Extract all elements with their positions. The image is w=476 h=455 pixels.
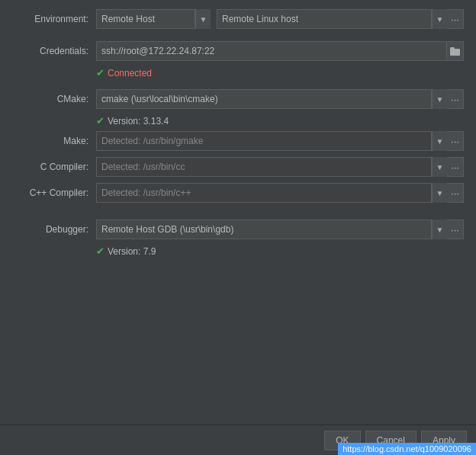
main-container: Environment: Remote Host ▼ Remote Linux … [0, 0, 476, 455]
debugger-field-group: Remote Host GDB (\usr\bin\gdb) ▼ ··· [96, 219, 464, 239]
make-dropdown-arrow[interactable]: ▼ [432, 131, 447, 151]
credentials-value: ssh://root@172.22.24.87:22 [101, 46, 214, 56]
cpp-compiler-row: C++ Compiler: Detected: /usr/bin/c++ ▼ ·… [12, 183, 464, 203]
make-dropdown-text: Detected: /usr/bin/gmake [101, 136, 426, 146]
credentials-row: Credentials: ssh://root@172.22.24.87:22 [12, 41, 464, 61]
debugger-dropdown-text: Remote Host GDB (\usr\bin\gdb) [101, 224, 426, 235]
environment-dropdown[interactable]: Remote Host [96, 9, 195, 29]
url-bar: https://blog.csdn.net/q1009020096 [338, 443, 476, 455]
debugger-status-row: ✔ Version: 7.9 [12, 245, 464, 257]
environment-label: Environment: [12, 14, 96, 24]
environment-host-more-button[interactable]: ··· [447, 9, 464, 29]
cmake-row: CMake: cmake (\usr\local\bin\cmake) ▼ ··… [12, 89, 464, 109]
credentials-field-group: ssh://root@172.22.24.87:22 [96, 41, 464, 61]
c-compiler-label: C Compiler: [12, 162, 96, 172]
make-row: Make: Detected: /usr/bin/gmake ▼ ··· [12, 131, 464, 151]
cmake-checkmark-icon: ✔ [96, 115, 105, 127]
environment-field-group: Remote Host ▼ Remote Linux host ▼ ··· [96, 9, 464, 29]
debugger-dropdown[interactable]: Remote Host GDB (\usr\bin\gdb) [96, 219, 432, 239]
cpp-compiler-dropdown-arrow[interactable]: ▼ [432, 183, 447, 203]
cmake-dropdown-arrow[interactable]: ▼ [432, 89, 447, 109]
cpp-compiler-field-group: Detected: /usr/bin/c++ ▼ ··· [96, 183, 464, 203]
svg-rect-1 [450, 47, 455, 50]
c-compiler-dropdown-arrow[interactable]: ▼ [432, 157, 447, 177]
cmake-dropdown[interactable]: cmake (\usr\local\bin\cmake) [96, 89, 432, 109]
c-compiler-dropdown[interactable]: Detected: /usr/bin/cc [96, 157, 432, 177]
debugger-more-button[interactable]: ··· [447, 219, 464, 239]
cpp-compiler-dropdown-text: Detected: /usr/bin/c++ [101, 187, 426, 198]
environment-row: Environment: Remote Host ▼ Remote Linux … [12, 9, 464, 29]
environment-host-arrow[interactable]: ▼ [432, 9, 447, 29]
svg-rect-0 [450, 49, 460, 56]
c-compiler-field-group: Detected: /usr/bin/cc ▼ ··· [96, 157, 464, 177]
cmake-more-button[interactable]: ··· [447, 89, 464, 109]
c-compiler-more-button[interactable]: ··· [447, 157, 464, 177]
environment-dropdown-arrow[interactable]: ▼ [195, 9, 211, 29]
content-area: Environment: Remote Host ▼ Remote Linux … [0, 0, 476, 425]
credentials-status-row: ✔ Connected [12, 67, 464, 79]
credentials-label: Credentials: [12, 46, 96, 56]
cpp-compiler-label: C++ Compiler: [12, 187, 96, 198]
debugger-dropdown-arrow[interactable]: ▼ [432, 219, 447, 239]
debugger-version-text: Version: 7.9 [108, 246, 156, 257]
credentials-checkmark-icon: ✔ [96, 67, 105, 79]
environment-dropdown-text: Remote Host [101, 14, 190, 24]
make-field-group: Detected: /usr/bin/gmake ▼ ··· [96, 131, 464, 151]
cmake-field-group: cmake (\usr\local\bin\cmake) ▼ ··· [96, 89, 464, 109]
credentials-status-text: Connected [108, 68, 152, 79]
c-compiler-row: C Compiler: Detected: /usr/bin/cc ▼ ··· [12, 157, 464, 177]
make-dropdown[interactable]: Detected: /usr/bin/gmake [96, 131, 432, 151]
cpp-compiler-dropdown[interactable]: Detected: /usr/bin/c++ [96, 183, 432, 203]
environment-host-text: Remote Linux host [222, 14, 426, 24]
cmake-dropdown-text: cmake (\usr\local\bin\cmake) [101, 94, 426, 104]
credentials-folder-button[interactable] [447, 41, 464, 61]
cmake-label: CMake: [12, 94, 96, 104]
debugger-label: Debugger: [12, 224, 96, 235]
environment-host-dropdown[interactable]: Remote Linux host [217, 9, 432, 29]
debugger-checkmark-icon: ✔ [96, 245, 105, 257]
cmake-status-row: ✔ Version: 3.13.4 [12, 115, 464, 127]
credentials-input[interactable]: ssh://root@172.22.24.87:22 [96, 41, 447, 61]
cpp-compiler-more-button[interactable]: ··· [447, 183, 464, 203]
c-compiler-dropdown-text: Detected: /usr/bin/cc [101, 162, 426, 172]
debugger-row: Debugger: Remote Host GDB (\usr\bin\gdb)… [12, 219, 464, 239]
make-more-button[interactable]: ··· [447, 131, 464, 151]
cmake-version-text: Version: 3.13.4 [108, 116, 169, 127]
make-label: Make: [12, 136, 96, 146]
